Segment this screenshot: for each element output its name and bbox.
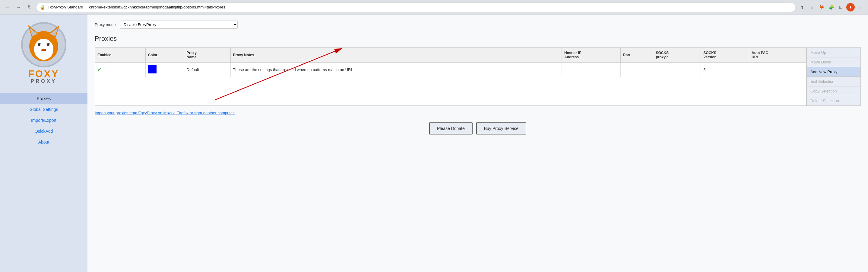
sidebar-item-import-export[interactable]: Import/Export (0, 115, 88, 126)
logo-image (20, 21, 68, 69)
puzzle-button[interactable]: 🧩 (827, 3, 835, 11)
proxies-table-area: Enabled Color ProxyName Proxy Notes Host… (95, 48, 861, 106)
extension-name: FoxyProxy Standard (48, 5, 83, 9)
share-button[interactable]: ⬆ (798, 3, 806, 11)
delete-selection-button[interactable]: Delete Selection (806, 96, 861, 106)
col-proxy-name: ProxyName (184, 48, 230, 62)
browser-chrome: ← → ↻ 🔒 FoxyProxy Standard | chrome-exte… (0, 0, 868, 15)
color-swatch (148, 65, 157, 74)
svg-point-11 (47, 44, 50, 46)
reload-button[interactable]: ↻ (25, 3, 34, 11)
cell-host (562, 62, 621, 77)
cell-pac-url (749, 62, 806, 77)
import-link[interactable]: Import your proxies from FoxyProxy on Mo… (95, 111, 235, 115)
brand-name: FOXY (28, 69, 59, 79)
proxies-table-wrapper: Enabled Color ProxyName Proxy Notes Host… (95, 48, 806, 106)
brand-sub: PROXY (31, 79, 57, 84)
col-color: Color (145, 48, 184, 62)
cell-name: Default (184, 62, 230, 77)
sidebar-item-proxies[interactable]: Proxies (0, 93, 88, 104)
buy-proxy-service-button[interactable]: Buy Proxy Service (476, 123, 526, 135)
nav-menu: Proxies Global Settings Import/Export Qu… (0, 93, 88, 147)
cell-socks-version: 5 (701, 62, 749, 77)
proxy-mode-row: Proxy mode: Disable FoxyProxy Use proxie… (95, 21, 861, 29)
col-port: Port (620, 48, 653, 62)
col-pac-url: Auto PACURL (749, 48, 806, 62)
import-link-area: Import your proxies from FoxyProxy on Mo… (95, 111, 861, 115)
section-title: Proxies (95, 35, 861, 43)
table-row[interactable]: ✔ Default These are the settings that ar… (95, 62, 806, 77)
sidebar: FOXY PROXY Proxies Global Settings Impor… (0, 15, 88, 272)
col-socks-version: SOCKSVersion (701, 48, 749, 62)
back-button[interactable]: ← (4, 3, 12, 11)
menu-button[interactable]: ⋮ (856, 3, 864, 11)
url-text: chrome-extension://gcknhkkoolaabfmlnjono… (89, 5, 792, 9)
proxy-mode-select[interactable]: Disable FoxyProxy Use proxies based on t… (120, 21, 238, 29)
copy-selection-button[interactable]: Copy Selection (806, 86, 861, 96)
move-down-button[interactable]: Move Down (806, 57, 861, 67)
profile-button[interactable]: T (846, 3, 855, 11)
edit-selection-button[interactable]: Edit Selection (806, 77, 861, 86)
sidebar-item-about[interactable]: About (0, 137, 88, 147)
fox-extension-button[interactable]: 🦊 (817, 3, 826, 11)
address-separator: | (86, 5, 87, 9)
col-socks-proxy: SOCKSproxy? (653, 48, 701, 62)
window-button[interactable]: ⊡ (837, 3, 845, 11)
app-container: FOXY PROXY Proxies Global Settings Impor… (0, 15, 868, 272)
address-bar[interactable]: 🔒 FoxyProxy Standard | chrome-extension:… (36, 2, 796, 12)
col-enabled: Enabled (95, 48, 145, 62)
svg-point-13 (38, 51, 49, 58)
browser-actions: ⬆ ☆ 🦊 🧩 ⊡ T ⋮ (798, 3, 864, 11)
sidebar-item-global-settings[interactable]: Global Settings (0, 104, 88, 115)
bookmark-button[interactable]: ☆ (808, 3, 816, 11)
col-host: Host or IPAddress (562, 48, 621, 62)
logo-area: FOXY PROXY (20, 21, 68, 84)
forward-button[interactable]: → (14, 3, 23, 11)
cell-color (145, 62, 184, 77)
svg-point-10 (38, 44, 40, 46)
cell-socks-proxy (653, 62, 701, 77)
donate-area: Please Donate Buy Proxy Service (95, 123, 861, 135)
col-proxy-notes: Proxy Notes (230, 48, 562, 62)
main-content: Proxy mode: Disable FoxyProxy Use proxie… (88, 15, 868, 272)
table-header-row: Enabled Color ProxyName Proxy Notes Host… (95, 48, 806, 62)
please-donate-button[interactable]: Please Donate (429, 123, 473, 135)
cell-port (620, 62, 653, 77)
proxies-table: Enabled Color ProxyName Proxy Notes Host… (95, 48, 806, 77)
cell-enabled: ✔ (95, 62, 145, 77)
security-icon: 🔒 (40, 5, 45, 10)
sidebar-item-quickadd[interactable]: QuickAdd (0, 126, 88, 137)
add-new-proxy-button[interactable]: Add New Proxy (806, 67, 861, 77)
move-up-button[interactable]: Move Up (806, 48, 861, 57)
action-buttons: Move Up Move Down Add New Proxy Edit Sel… (806, 48, 861, 106)
proxy-mode-label: Proxy mode: (95, 22, 117, 27)
enabled-checkmark: ✔ (97, 67, 101, 72)
cell-notes: These are the settings that are used whe… (230, 62, 562, 77)
